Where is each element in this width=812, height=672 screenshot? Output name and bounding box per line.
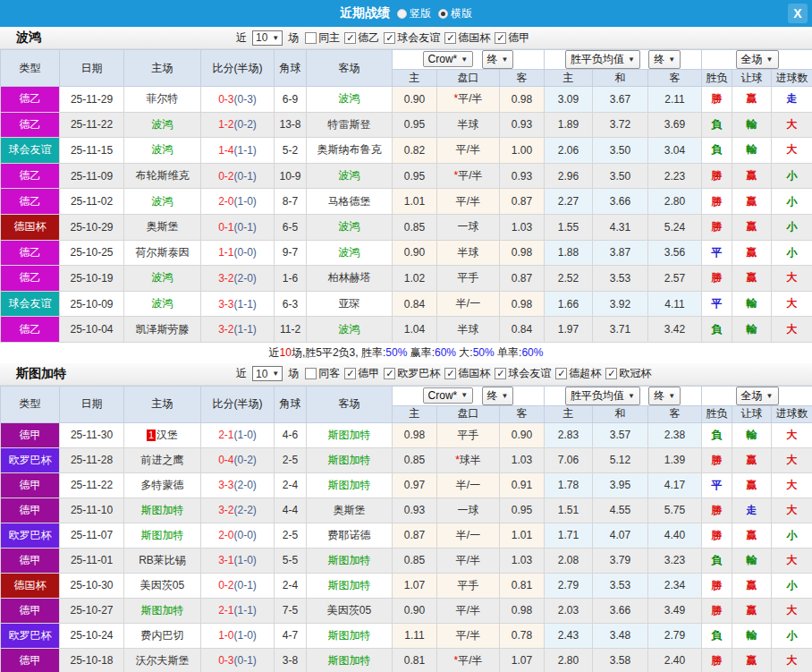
away-team: 斯图加特 [307, 422, 393, 447]
fulltime-score: 0-2 [218, 579, 233, 591]
league-checkbox[interactable]: ✓ [344, 32, 356, 44]
league-checkbox[interactable]: ✓ [444, 368, 456, 379]
away-team: 波鸿 [307, 163, 393, 189]
away-team-name: 美因茨05 [327, 604, 371, 617]
matches-count-select[interactable]: 10▼ [252, 366, 283, 381]
col-header-result-goals: 进球数 [772, 70, 812, 87]
league-checkbox[interactable]: ✓ [555, 368, 567, 379]
odds-time-select[interactable]: 终▼ [482, 50, 514, 69]
scope-select[interactable]: 全场▼ [736, 50, 779, 69]
same-venue-filter[interactable]: 同客 [305, 366, 340, 381]
odds-home: 0.82 [393, 138, 437, 164]
avg-away: 3.69 [648, 112, 702, 138]
avg-draw: 3.79 [593, 548, 648, 573]
league-badge: 球会友谊 [1, 138, 60, 164]
home-team: 荷尔斯泰因 [124, 240, 201, 266]
league-filter-label: 球会友谊 [397, 30, 440, 46]
league-checkbox[interactable]: ✓ [605, 368, 617, 379]
corners: 13-8 [275, 112, 307, 138]
odds-home: 0.95 [393, 112, 437, 138]
handicap: 平/半 [437, 189, 500, 215]
fulltime-score: 3-2 [218, 504, 233, 516]
odds-away: 0.81 [500, 573, 545, 598]
result-goals: 大 [772, 317, 812, 343]
table-row: 德国杯25-10-30美因茨050-2(0-1)2-4斯图加特1.07平手0.8… [1, 573, 812, 598]
fulltime-score: 1-2 [218, 118, 233, 131]
same-venue-checkbox[interactable] [305, 32, 317, 44]
home-team-name: 前进之鹰 [141, 454, 184, 466]
odds-company-select[interactable]: Crow*▼ [423, 387, 474, 404]
result-handicap: 贏 [732, 214, 772, 240]
chevron-down-icon: ▼ [766, 392, 774, 400]
radio-icon[interactable] [438, 9, 448, 19]
matches-unit-label: 场 [288, 366, 299, 381]
league-filter[interactable]: ✓球会友谊 [384, 30, 440, 46]
odds-home: 1.01 [393, 189, 437, 215]
table-row: 德甲25-11-10斯图加特3-2(2-2)4-4奥斯堡0.93一球0.951.… [1, 498, 812, 523]
league-filter[interactable]: ✓德国杯 [444, 366, 490, 381]
fulltime-score: 3-2 [218, 323, 233, 336]
result-wdl: 勝 [702, 523, 732, 548]
league-checkbox[interactable]: ✓ [384, 32, 395, 44]
home-team-name: 凯泽斯劳滕 [136, 323, 190, 336]
avg-odds-select[interactable]: 胜平负均值▼ [565, 387, 640, 405]
layout-radio-vertical[interactable]: 竖版 [397, 6, 431, 21]
away-team: 费耶诺德 [307, 523, 393, 548]
scope-select[interactable]: 全场▼ [736, 387, 779, 405]
results-table: 类型 日期 主场 比分(半场) 角球 客场 Crow*▼ 终▼ 胜平负均值▼ 终… [0, 386, 812, 672]
fulltime-score: 2-1 [218, 604, 233, 617]
league-checkbox[interactable]: ✓ [384, 368, 395, 379]
layout-radio-horizontal[interactable]: 横版 [438, 6, 472, 21]
league-checkbox[interactable]: ✓ [495, 32, 506, 44]
col-header-type: 类型 [1, 50, 60, 87]
league-filter[interactable]: ✓球会友谊 [495, 366, 551, 381]
avg-time-select[interactable]: 终▼ [648, 387, 681, 405]
same-venue-filter[interactable]: 同主 [305, 30, 340, 46]
handicap-text: 半球 [458, 323, 479, 336]
handicap-text: 平/半 [456, 604, 480, 617]
league-checkbox[interactable]: ✓ [444, 32, 456, 44]
avg-home: 2.52 [545, 266, 593, 292]
avg-draw: 3.92 [593, 291, 648, 317]
odds-time-select[interactable]: 终▼ [482, 387, 514, 405]
odds-company-select[interactable]: Crow*▼ [423, 51, 474, 67]
odds-away: 1.01 [500, 523, 545, 548]
result-handicap: 贏 [732, 240, 772, 266]
score: 3-3(1-1) [201, 291, 275, 317]
away-team: 亚琛 [307, 291, 393, 317]
chevron-down-icon: ▼ [272, 370, 279, 378]
avg-time-select[interactable]: 终▼ [648, 50, 681, 69]
away-team-name: 斯图加特 [328, 429, 371, 441]
away-team: 柏林赫塔 [307, 266, 393, 292]
score: 1-2(0-2) [201, 112, 275, 138]
league-filter[interactable]: ✓德甲 [344, 366, 379, 381]
radio-icon[interactable] [397, 9, 407, 19]
league-filter[interactable]: ✓德乙 [344, 30, 379, 46]
league-filter[interactable]: ✓欧冠杯 [605, 366, 651, 381]
result-goals: 大 [772, 447, 812, 472]
avg-odds-select[interactable]: 胜平负均值▼ [565, 50, 640, 69]
league-filter[interactable]: ✓德国杯 [444, 30, 490, 46]
league-checkbox[interactable]: ✓ [344, 368, 356, 379]
handicap: *平/半 [437, 163, 500, 189]
league-checkbox[interactable]: ✓ [495, 368, 506, 379]
away-team: 波鸿 [307, 317, 393, 343]
odds-away: 0.90 [500, 422, 545, 447]
matches-count-value: 10 [256, 368, 267, 380]
avg-draw: 4.31 [593, 214, 648, 240]
avg-draw: 3.72 [593, 112, 648, 138]
results-table: 类型 日期 主场 比分(半场) 角球 客场 Crow*▼ 终▼ 胜平负均值▼ 终… [0, 49, 812, 343]
same-venue-checkbox[interactable] [305, 368, 317, 379]
league-filter[interactable]: ✓欧罗巴杯 [384, 366, 440, 381]
corners: 2-5 [275, 447, 307, 472]
corners: 5-5 [275, 548, 307, 573]
league-filter[interactable]: ✓德甲 [495, 30, 529, 46]
close-button[interactable]: X [788, 4, 808, 23]
avg-away: 2.23 [648, 163, 702, 189]
result-handicap: 贏 [732, 163, 772, 189]
table-row: 德甲25-11-301汉堡2-1(1-0)4-6斯图加特0.98平手0.902.… [1, 422, 812, 447]
handicap: 一球 [437, 498, 500, 523]
result-wdl: 負 [702, 548, 732, 573]
matches-count-select[interactable]: 10▼ [252, 30, 283, 46]
league-filter[interactable]: ✓德超杯 [555, 366, 601, 381]
